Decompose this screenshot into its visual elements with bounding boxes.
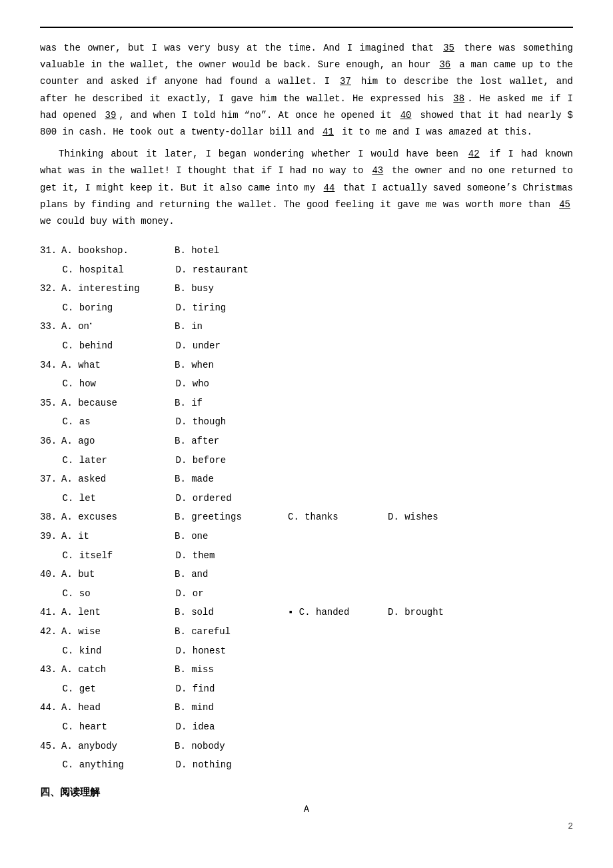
q35-optD: D. though — [176, 413, 289, 431]
q34-optC: C. how — [63, 375, 176, 393]
q38-optB: B. greetings — [175, 508, 288, 526]
blank-35: 35 — [440, 43, 457, 53]
q38-optC: C. thanks — [288, 508, 388, 526]
q31-optC: C. hospital — [63, 261, 176, 279]
q37-optA: A. asked — [61, 470, 175, 488]
question-31-row2: C. hospital D. restaurant — [40, 261, 573, 279]
q43-num: 43. — [40, 661, 61, 679]
question-36-row1: 36. A. ago B. after — [40, 432, 573, 450]
q31-spacer — [40, 261, 63, 279]
top-border — [40, 27, 573, 28]
q45-optC: C. anything — [63, 756, 176, 774]
question-36-row2: C. later D. before — [40, 452, 573, 470]
q44-num: 44. — [40, 699, 61, 717]
question-31: 31. A. bookshop. B. hotel C. hospital D.… — [40, 242, 573, 278]
q41-num: 41. — [40, 604, 61, 622]
blank-45: 45 — [556, 199, 573, 210]
q40-optD: D. or — [176, 585, 289, 603]
blank-42: 42 — [466, 149, 482, 159]
q35-spacer — [40, 413, 63, 431]
q32-optA: A. interesting — [61, 280, 175, 298]
q45-num: 45. — [40, 737, 61, 755]
question-33-row2: C. behind D. under — [40, 337, 573, 355]
questions-section: 31. A. bookshop. B. hotel C. hospital D.… — [40, 242, 573, 774]
q35-optC: C. as — [63, 413, 176, 431]
q41-optC: ▪ C. handed — [288, 604, 388, 622]
q38-num: 38. — [40, 508, 61, 526]
q43-spacer — [40, 680, 63, 698]
paragraph-2: Thinking about it later, I began wonderi… — [40, 146, 573, 230]
question-32-row2: C. boring D. tiring — [40, 299, 573, 317]
q45-optA: A. anybody — [61, 737, 175, 755]
q33-num: 33. — [40, 318, 61, 336]
q37-optD: D. ordered — [176, 490, 289, 508]
q38-optD: D. wishes — [388, 508, 438, 526]
question-45-row1: 45. A. anybody B. nobody — [40, 737, 573, 755]
question-34-row2: C. how D. who — [40, 375, 573, 393]
q37-optC: C. let — [63, 490, 176, 508]
q43-optA: A. catch — [61, 661, 175, 679]
question-38-row1: 38. A. excuses B. greetings C. thanks D.… — [40, 508, 573, 526]
blank-37: 37 — [337, 76, 354, 87]
q40-optC: C. so — [63, 585, 176, 603]
q32-num: 32. — [40, 280, 61, 298]
q34-optD: D. who — [176, 375, 289, 393]
blank-39: 39 — [103, 110, 119, 121]
q40-spacer — [40, 585, 63, 603]
q32-optC: C. boring — [63, 299, 176, 317]
question-44-row1: 44. A. head B. mind — [40, 699, 573, 717]
question-45-row2: C. anything D. nothing — [40, 756, 573, 774]
question-31-row1: 31. A. bookshop. B. hotel — [40, 242, 573, 260]
q39-num: 39. — [40, 528, 61, 546]
q42-optD: D. honest — [176, 642, 289, 660]
q31-num: 31. — [40, 242, 61, 260]
question-37-row2: C. let D. ordered — [40, 490, 573, 508]
q33-optC: C. behind — [63, 337, 176, 355]
question-37-row1: 37. A. asked B. made — [40, 470, 573, 488]
q34-optA: A. what — [61, 356, 175, 374]
q37-spacer — [40, 490, 63, 508]
q36-optB: B. after — [175, 432, 288, 450]
question-35-row2: C. as D. though — [40, 413, 573, 431]
q43-optC: C. get — [63, 680, 176, 698]
section-four-title: 四、阅读理解 — [40, 786, 573, 799]
q45-optD: D. nothing — [176, 756, 289, 774]
question-42-row1: 42. A. wise B. careful — [40, 623, 573, 641]
question-43: 43. A. catch B. miss C. get D. find — [40, 661, 573, 697]
question-32: 32. A. interesting B. busy C. boring D. … — [40, 280, 573, 316]
q31-optB: B. hotel — [175, 242, 288, 260]
q40-optB: B. and — [175, 566, 288, 584]
question-35-row1: 35. A. because B. if — [40, 394, 573, 412]
q43-optB: B. miss — [175, 661, 288, 679]
section-a-label: A — [40, 804, 573, 815]
blank-38: 38 — [450, 93, 467, 104]
q35-optA: A. because — [61, 394, 175, 412]
question-41: 41. A. lent B. sold ▪ C. handed D. broug… — [40, 604, 573, 622]
q44-optA: A. head — [61, 699, 175, 717]
question-33-row1: 33. A. on▪ B. in — [40, 318, 573, 336]
q36-optC: C. later — [63, 452, 176, 470]
question-42-row2: C. kind D. honest — [40, 642, 573, 660]
q32-optD: D. tiring — [176, 299, 289, 317]
q45-optB: B. nobody — [175, 737, 288, 755]
q42-optC: C. kind — [63, 642, 176, 660]
q31-optD: D. restaurant — [176, 261, 289, 279]
q43-optD: D. find — [176, 680, 289, 698]
q40-num: 40. — [40, 566, 61, 584]
q40-optA: A. but — [61, 566, 175, 584]
q41-optA: A. lent — [61, 604, 175, 622]
question-37: 37. A. asked B. made C. let D. ordered — [40, 470, 573, 507]
q44-spacer — [40, 718, 63, 736]
q34-spacer — [40, 375, 63, 393]
question-33: 33. A. on▪ B. in C. behind D. under — [40, 318, 573, 354]
q42-optB: B. careful — [175, 623, 288, 641]
q36-optA: A. ago — [61, 432, 175, 450]
q39-optC: C. itself — [63, 547, 176, 565]
paragraph-1: was the owner, but I was very busy at th… — [40, 40, 573, 141]
question-45: 45. A. anybody B. nobody C. anything D. … — [40, 737, 573, 774]
question-44: 44. A. head B. mind C. heart D. idea — [40, 699, 573, 735]
question-43-row1: 43. A. catch B. miss — [40, 661, 573, 679]
q34-optB: B. when — [175, 356, 288, 374]
q44-optC: C. heart — [63, 718, 176, 736]
q36-optD: D. before — [176, 452, 289, 470]
